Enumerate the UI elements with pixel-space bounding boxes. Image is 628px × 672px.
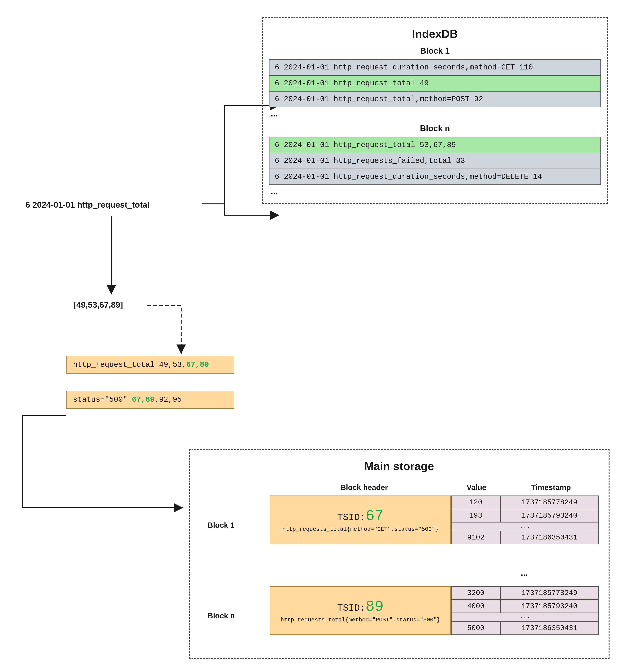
col-blockheader: Block header	[327, 483, 402, 492]
storage-block-1: TSID:67 http_requests_total{method="GET"…	[270, 496, 599, 545]
block-header-cell: TSID:89 http_requests_total{method="POST…	[270, 586, 451, 635]
col-timestamp: Timestamp	[502, 483, 600, 492]
timestamp-cell: 1737186350431	[501, 531, 599, 544]
value-timestamp-table: 32001737185778249 40001737185793240 ... …	[451, 586, 599, 635]
result-ids: [49,53,67,89]	[74, 300, 123, 310]
ellipsis: ...	[269, 107, 601, 120]
col-value: Value	[452, 483, 501, 492]
metric-label: http_requests_total{method="GET",status=…	[274, 526, 446, 532]
timestamp-cell: 1737185793240	[501, 509, 599, 522]
cache-ids: 67,89	[186, 361, 209, 369]
tsid-label: TSID:	[337, 603, 365, 614]
storage-mid-ellipsis: ...	[521, 568, 528, 578]
indexdb-row: 6 2024-01-01 http_request_duration_secon…	[269, 169, 601, 185]
tsid-value: 89	[365, 598, 384, 615]
block1-side-label: Block 1	[208, 521, 234, 529]
indexdb-row: 6 2024-01-01 http_requests_failed,total …	[269, 153, 601, 169]
block1-title: Block 1	[269, 46, 601, 55]
indexdb-row: 6 2024-01-01 http_request_duration_secon…	[269, 59, 601, 75]
blockn-side-label: Block n	[208, 611, 235, 620]
ellipsis: ...	[451, 613, 599, 622]
query-label: 6 2024-01-01 http_request_total	[25, 200, 150, 210]
blockn-title: Block n	[269, 124, 601, 133]
storage-block-n: TSID:89 http_requests_total{method="POST…	[270, 586, 599, 635]
indexdb-row: 6 2024-01-01 http_request_total 53,67,89	[269, 137, 601, 153]
cache-row-metric: http_request_total 49,53,67,89	[67, 356, 234, 374]
value-cell: 5000	[451, 622, 501, 635]
cache-ids: 67,89	[132, 395, 154, 404]
indexdb-row: 6 2024-01-01 http_request_total,method=P…	[269, 91, 601, 107]
value-cell: 3200	[451, 586, 501, 600]
indexdb-blockn-table: 6 2024-01-01 http_request_total 53,67,89…	[269, 137, 601, 185]
value-cell: 193	[451, 509, 501, 522]
indexdb-box: IndexDB Block 1 6 2024-01-01 http_reques…	[262, 17, 608, 204]
timestamp-cell: 1737185778249	[501, 496, 599, 509]
indexdb-title: IndexDB	[269, 27, 601, 41]
tsid-value: 67	[365, 507, 384, 525]
cache-text: status="500"	[73, 395, 132, 404]
value-cell: 9102	[451, 531, 501, 544]
timestamp-cell: 1737185793240	[501, 600, 599, 613]
tsid-label: TSID:	[337, 512, 365, 523]
cache-text: ,92,95	[154, 395, 182, 404]
value-cell: 4000	[451, 600, 501, 613]
ellipsis: ...	[451, 522, 599, 531]
value-timestamp-table: 1201737185778249 1931737185793240 ... 91…	[451, 496, 599, 545]
cache-row-status: status="500" 67,89,92,95	[67, 391, 234, 409]
value-cell: 120	[451, 496, 501, 509]
indexdb-block1-table: 6 2024-01-01 http_request_duration_secon…	[269, 59, 601, 107]
metric-label: http_requests_total{method="POST",status…	[274, 617, 446, 623]
indexdb-row: 6 2024-01-01 http_request_total 49	[269, 75, 601, 91]
timestamp-cell: 1737186350431	[501, 622, 599, 635]
block-header-cell: TSID:67 http_requests_total{method="GET"…	[270, 496, 451, 545]
ellipsis: ...	[269, 185, 601, 197]
cache-text: http_request_total 49,53,	[73, 361, 186, 369]
main-storage-title: Main storage	[195, 460, 603, 473]
timestamp-cell: 1737185778249	[501, 586, 599, 600]
